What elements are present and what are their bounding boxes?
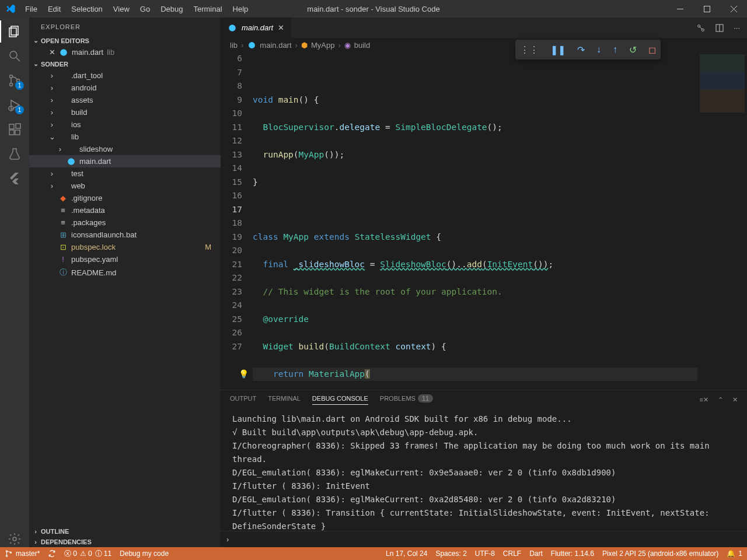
outline-header[interactable]: ›OUTLINE: [29, 526, 221, 537]
sidebar-title: EXPLORER: [29, 18, 221, 35]
panel-close-icon[interactable]: ✕: [732, 396, 738, 404]
breadcrumb[interactable]: lib› main.dart› ⬢ MyApp› ◉ build: [221, 38, 747, 52]
open-editor-folder: lib: [107, 48, 114, 57]
open-editor-item[interactable]: ✕ main.dart lib: [29, 46, 221, 58]
svg-point-13: [13, 537, 16, 541]
svg-rect-11: [15, 130, 20, 135]
debug-console-output[interactable]: Launching lib\main.dart on Android SDK b…: [221, 409, 747, 531]
test-icon[interactable]: [6, 146, 23, 162]
minimap[interactable]: [697, 52, 747, 390]
menu-debug[interactable]: Debug: [156, 2, 187, 16]
tree-item-README-md[interactable]: ⓘREADME.md: [29, 265, 221, 279]
project-header[interactable]: ⌄SONDER: [29, 58, 221, 69]
tree-item-ios[interactable]: ›ios: [29, 118, 221, 131]
editor-tabs: main.dart ✕ ···: [221, 18, 747, 38]
panel-maximize-icon[interactable]: ⌃: [718, 396, 723, 404]
bc-method[interactable]: build: [354, 41, 370, 50]
source-control-icon[interactable]: 1: [6, 72, 23, 89]
status-debug-config[interactable]: Debug my code: [120, 550, 169, 558]
explorer-icon[interactable]: [6, 23, 23, 40]
menu-edit[interactable]: Edit: [43, 2, 65, 16]
dependencies-header[interactable]: ›DEPENDENCIES: [29, 537, 221, 547]
tree-item-web[interactable]: ›web: [29, 180, 221, 192]
status-encoding[interactable]: UTF-8: [475, 550, 495, 558]
clear-console-icon[interactable]: ≡✕: [700, 396, 708, 404]
tree-item-build[interactable]: ›build: [29, 106, 221, 118]
code-content[interactable]: void main() { BlocSupervisor.delegate = …: [253, 52, 697, 390]
tree-item-iconsandlaunch-bat[interactable]: ⊞iconsandlaunch.bat: [29, 229, 221, 241]
debug-toolbar[interactable]: ⋮⋮ ❚❚ ↷ ↓ ↑ ↺ ◻: [515, 40, 661, 60]
close-button[interactable]: [720, 0, 747, 18]
menu-go[interactable]: Go: [135, 2, 155, 16]
menu-file[interactable]: File: [20, 2, 42, 16]
svg-point-4: [10, 51, 17, 58]
tree-item-pubspec-lock[interactable]: ⊡pubspec.lockM: [29, 241, 221, 253]
settings-icon[interactable]: [6, 531, 23, 547]
tree-item--dart_tool[interactable]: ›.dart_tool: [29, 69, 221, 82]
lightbulb-icon[interactable]: 💡: [239, 368, 249, 382]
debug-console-input[interactable]: ›: [221, 531, 747, 547]
tab-terminal[interactable]: TERMINAL: [268, 395, 301, 404]
dart-icon: [247, 41, 256, 49]
split-editor-icon[interactable]: [715, 23, 724, 33]
tree-item-main-dart[interactable]: main.dart: [29, 155, 221, 167]
menu-view[interactable]: View: [109, 2, 134, 16]
extensions-icon[interactable]: [6, 121, 23, 138]
tab-output[interactable]: OUTPUT: [230, 395, 256, 404]
tree-item-test[interactable]: ›test: [29, 167, 221, 180]
tree-item--gitignore[interactable]: ◆.gitignore: [29, 192, 221, 204]
vscode-logo-icon: [0, 4, 20, 14]
menu-selection[interactable]: Selection: [67, 2, 107, 16]
svg-point-22: [6, 555, 7, 556]
drag-handle-icon[interactable]: ⋮⋮: [520, 44, 539, 55]
minimize-button[interactable]: [666, 0, 693, 18]
tab-close-icon[interactable]: ✕: [278, 23, 284, 32]
maximize-button[interactable]: [693, 0, 720, 18]
bc-class[interactable]: MyApp: [311, 41, 334, 50]
status-language[interactable]: Dart: [529, 550, 543, 558]
svg-rect-10: [9, 130, 14, 135]
debug-icon[interactable]: 1: [6, 97, 23, 113]
menu-terminal[interactable]: Terminal: [189, 2, 226, 16]
search-icon[interactable]: [6, 48, 23, 64]
flutter-icon[interactable]: [6, 170, 23, 187]
stop-icon[interactable]: ◻: [648, 44, 656, 55]
tab-main-dart[interactable]: main.dart ✕: [221, 18, 291, 38]
bc-folder[interactable]: lib: [230, 41, 238, 50]
step-over-icon[interactable]: ↷: [577, 44, 585, 55]
tree-item--metadata[interactable]: ≡.metadata: [29, 204, 221, 216]
tree-item-slideshow[interactable]: ›slideshow: [29, 143, 221, 155]
status-cursor-pos[interactable]: Ln 17, Col 24: [386, 550, 427, 558]
svg-point-6: [10, 83, 13, 86]
bottom-panel: OUTPUT TERMINAL DEBUG CONSOLE PROBLEMS11…: [221, 390, 747, 547]
compare-icon[interactable]: [696, 23, 706, 33]
status-flutter[interactable]: Flutter: 1.14.6: [551, 550, 594, 558]
menu-help[interactable]: Help: [228, 2, 253, 16]
line-gutter[interactable]: 6789101112131415161718192021222324252627: [221, 52, 253, 390]
close-icon[interactable]: ✕: [49, 48, 55, 57]
code-area[interactable]: 6789101112131415161718192021222324252627…: [221, 52, 747, 390]
tab-debug-console[interactable]: DEBUG CONSOLE: [312, 395, 368, 405]
tab-problems[interactable]: PROBLEMS11: [380, 395, 433, 404]
status-spaces[interactable]: Spaces: 2: [435, 550, 466, 558]
step-out-icon[interactable]: ↑: [613, 44, 617, 55]
more-icon[interactable]: ···: [734, 23, 740, 32]
status-device[interactable]: Pixel 2 API 25 (android-x86 emulator): [602, 550, 718, 558]
svg-rect-1: [704, 6, 710, 12]
tree-item-lib[interactable]: ⌄lib: [29, 131, 221, 143]
pause-icon[interactable]: ❚❚: [550, 44, 566, 55]
bc-file[interactable]: main.dart: [260, 41, 291, 50]
open-editors-header[interactable]: ⌄OPEN EDITORS: [29, 35, 221, 46]
status-branch[interactable]: master*: [5, 550, 40, 558]
tree-item-android[interactable]: ›android: [29, 82, 221, 94]
tree-item-pubspec-yaml[interactable]: !pubspec.yaml: [29, 253, 221, 265]
restart-icon[interactable]: ↺: [629, 44, 637, 55]
tree-item-assets[interactable]: ›assets: [29, 94, 221, 106]
status-eol[interactable]: CRLF: [503, 550, 521, 558]
menu-bar: File Edit Selection View Go Debug Termin…: [20, 2, 253, 16]
status-problems[interactable]: ⓧ0 ⚠0 ⓘ11: [64, 549, 111, 559]
step-into-icon[interactable]: ↓: [596, 44, 601, 55]
status-notifications-icon[interactable]: 🔔1: [727, 550, 742, 558]
status-sync-icon[interactable]: [48, 550, 56, 558]
tree-item--packages[interactable]: ≡.packages: [29, 216, 221, 229]
